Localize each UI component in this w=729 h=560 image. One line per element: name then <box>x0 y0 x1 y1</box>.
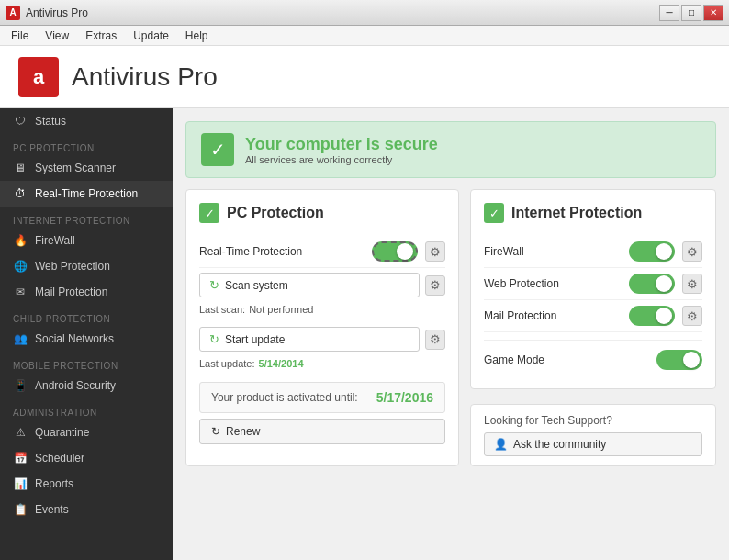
pc-protection-title: PC Protection <box>227 205 324 221</box>
realtime-protection-label: Real-Time Protection <box>199 245 364 258</box>
right-column: ✓ Internet Protection FireWall ⚙ Web Pro… <box>470 189 716 466</box>
sidebar-social-label: Social Networks <box>35 332 114 345</box>
sidebar-reports-label: Reports <box>35 477 73 490</box>
sidebar-status-label: Status <box>35 115 66 128</box>
title-bar-text: Antivirus Pro <box>26 6 88 19</box>
game-mode-toggle-knob <box>683 352 700 368</box>
scan-action-row: ↻ Scan system ⚙ <box>199 268 445 302</box>
scan-settings-button[interactable]: ⚙ <box>425 275 445 296</box>
last-scan-value: Not performed <box>249 304 313 315</box>
realtime-icon: ⏱ <box>13 186 28 201</box>
sidebar-item-scheduler[interactable]: 📅 Scheduler <box>0 445 173 471</box>
sidebar-item-social-networks[interactable]: 👥 Social Networks <box>0 326 173 352</box>
web-protection-toggle[interactable] <box>629 274 675 294</box>
community-button[interactable]: 👤 Ask the community <box>484 432 702 456</box>
status-checkmark-icon: ✓ <box>201 133 234 166</box>
menu-view[interactable]: View <box>38 28 76 44</box>
events-icon: 📋 <box>13 502 28 517</box>
sidebar-item-web-protection[interactable]: 🌐 Web Protection <box>0 253 173 279</box>
mail-protection-settings-button[interactable]: ⚙ <box>682 306 702 326</box>
internet-protection-title: Internet Protection <box>511 205 642 221</box>
menu-help[interactable]: Help <box>178 28 216 44</box>
window-controls: ─ □ ✕ <box>659 5 723 21</box>
sidebar-scanner-label: System Scanner <box>35 162 116 174</box>
app-icon: A <box>6 6 20 20</box>
social-icon: 👥 <box>13 331 28 346</box>
sidebar-item-mail-protection[interactable]: ✉ Mail Protection <box>0 279 173 305</box>
sidebar-item-status[interactable]: 🛡 Status <box>0 108 173 134</box>
app-logo: a <box>18 57 59 97</box>
realtime-toggle-knob <box>397 243 413 260</box>
renew-button[interactable]: ↻ Renew <box>199 419 445 444</box>
scan-action-box: ↻ Scan system <box>199 273 420 297</box>
sidebar-section-pc: PC PROTECTION <box>0 138 173 155</box>
menu-update[interactable]: Update <box>126 28 176 44</box>
web-protection-toggle-row: Web Protection ⚙ <box>484 268 702 300</box>
sidebar-item-realtime[interactable]: ⏱ Real-Time Protection <box>0 181 173 207</box>
last-update-text: Last update: <box>199 358 255 369</box>
status-subtitle-text: All services are working correctly <box>245 154 438 165</box>
content-area: ✓ Your computer is secure All services a… <box>173 108 729 560</box>
last-scan-text: Last scan: <box>199 304 245 315</box>
realtime-protection-toggle[interactable] <box>372 241 418 262</box>
sidebar-quarantine-label: Quarantine <box>35 426 89 439</box>
shield-icon: 🛡 <box>13 114 28 129</box>
sidebar-item-firewall[interactable]: 🔥 FireWall <box>0 228 173 253</box>
sidebar-section-admin: ADMINISTRATION <box>0 402 173 420</box>
last-update-value: 5/14/2014 <box>259 358 304 369</box>
quarantine-icon: ⚠ <box>13 425 28 440</box>
update-label: Start update <box>225 333 285 346</box>
maximize-button[interactable]: □ <box>681 5 701 21</box>
update-settings-button[interactable]: ⚙ <box>425 330 445 350</box>
scan-label: Scan system <box>225 279 288 292</box>
game-mode-toggle[interactable] <box>656 350 702 370</box>
activated-row: Your product is activated until: 5/17/20… <box>199 382 445 413</box>
firewall-settings-button[interactable]: ⚙ <box>682 241 702 262</box>
sidebar-item-events[interactable]: 📋 Events <box>0 497 173 522</box>
sidebar-events-label: Events <box>35 503 69 516</box>
sidebar-item-quarantine[interactable]: ⚠ Quarantine <box>0 420 173 445</box>
firewall-toggle-row: FireWall ⚙ <box>484 236 702 268</box>
scan-icon: ↻ <box>209 278 219 292</box>
community-label: Ask the community <box>513 438 606 451</box>
title-bar: A Antivirus Pro ─ □ ✕ <box>0 0 729 26</box>
main-layout: 🛡 Status PC PROTECTION 🖥 System Scanner … <box>0 108 729 560</box>
renew-icon: ↻ <box>211 425 220 438</box>
realtime-settings-button[interactable]: ⚙ <box>425 241 445 262</box>
tech-support-panel: Looking for Tech Support? 👤 Ask the comm… <box>470 404 716 466</box>
realtime-protection-row: Real-Time Protection ⚙ <box>199 236 445 268</box>
sidebar-item-android[interactable]: 📱 Android Security <box>0 373 173 398</box>
sidebar-android-label: Android Security <box>35 379 116 392</box>
menu-file[interactable]: File <box>4 28 36 44</box>
app-title: Antivirus Pro <box>72 62 218 92</box>
sidebar-firewall-label: FireWall <box>35 234 75 247</box>
sidebar-item-reports[interactable]: 📊 Reports <box>0 471 173 497</box>
menu-extras[interactable]: Extras <box>78 28 124 44</box>
panels-row: ✓ PC Protection Real-Time Protection ⚙ ↻… <box>185 189 716 466</box>
update-action-row: ↻ Start update ⚙ <box>199 322 445 356</box>
web-protection-settings-button[interactable]: ⚙ <box>682 274 702 294</box>
game-mode-toggle-row: Game Mode <box>484 340 702 375</box>
renew-label: Renew <box>226 425 260 438</box>
sidebar-item-system-scanner[interactable]: 🖥 System Scanner <box>0 155 173 181</box>
scanner-icon: 🖥 <box>13 161 28 175</box>
scheduler-icon: 📅 <box>13 451 28 465</box>
activated-date: 5/17/2016 <box>376 390 433 405</box>
update-action-box: ↻ Start update <box>199 327 420 352</box>
activated-text: Your product is activated until: <box>211 391 358 404</box>
sidebar-web-label: Web Protection <box>35 260 110 273</box>
app-header: a Antivirus Pro <box>0 46 729 108</box>
mail-protection-toggle[interactable] <box>629 306 675 326</box>
internet-protection-panel: ✓ Internet Protection FireWall ⚙ Web Pro… <box>470 189 716 389</box>
close-button[interactable]: ✕ <box>703 5 723 21</box>
game-mode-label: Game Mode <box>484 353 649 366</box>
web-protection-toggle-label: Web Protection <box>484 277 622 290</box>
android-icon: 📱 <box>13 378 28 393</box>
sidebar-realtime-label: Real-Time Protection <box>35 187 138 200</box>
status-secure-text: Your computer is secure <box>245 135 438 154</box>
firewall-toggle[interactable] <box>629 241 675 262</box>
tech-support-title: Looking for Tech Support? <box>484 414 702 427</box>
sidebar-section-mobile: MOBILE PROTECTION <box>0 355 173 373</box>
minimize-button[interactable]: ─ <box>659 5 679 21</box>
web-icon: 🌐 <box>13 259 28 274</box>
